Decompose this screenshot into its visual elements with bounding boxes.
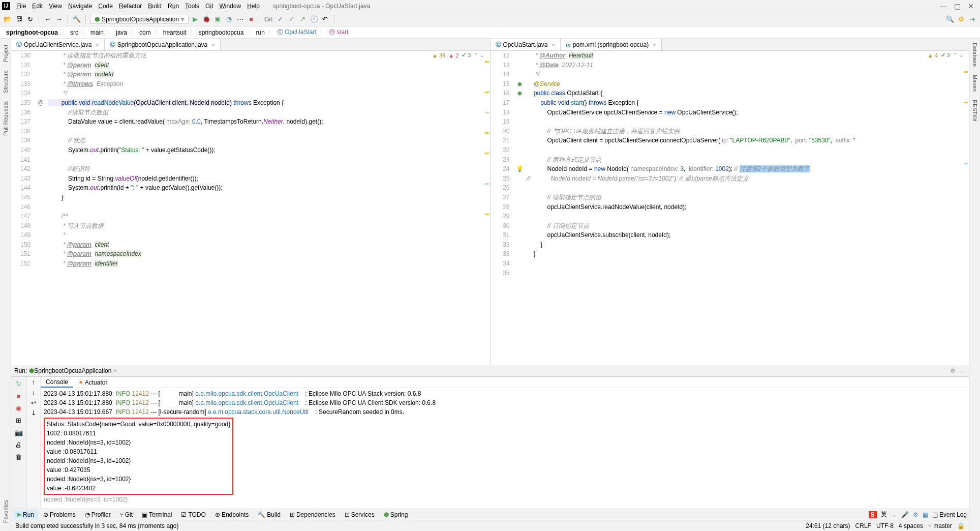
actuator-subtab[interactable]: ✷ Actuator (73, 378, 112, 387)
search-icon[interactable]: 🔍 (945, 15, 955, 24)
close-tab-icon[interactable]: × (211, 42, 215, 48)
camera-icon[interactable]: 📷 (14, 428, 23, 437)
crumb-run[interactable]: run (254, 28, 266, 37)
close-tab-icon[interactable]: × (96, 42, 99, 48)
favorites-tab[interactable]: Favorites (2, 496, 10, 527)
bottom-problems-tab[interactable]: ⊘ Problems (39, 510, 80, 519)
menu-tools[interactable]: Tools (182, 2, 202, 11)
inspections-left[interactable]: ▲ 39 ▲ 2 ✔ 3 ⌃ ⌄ (432, 52, 485, 58)
forward-icon[interactable]: → (54, 15, 64, 24)
right-code-editor[interactable]: ▲ 4 ✔ 3 ⌃ ⌄ 1213141516171819202122232425… (491, 51, 969, 365)
git-rollback-icon[interactable]: ↶ (321, 15, 330, 24)
build-icon[interactable]: 🔨 (72, 15, 81, 24)
crumb-heartsuit[interactable]: heartsuit (161, 28, 189, 37)
close-run-tab-icon[interactable]: × (113, 367, 117, 374)
bottom-git-tab[interactable]: ⑂ Git (116, 510, 137, 519)
bottom-dependencies-tab[interactable]: ⊞ Dependencies (286, 510, 340, 519)
open-icon[interactable]: 📂 (3, 15, 12, 24)
learn-icon[interactable]: ➜ (968, 15, 977, 24)
sogou-ime-icon[interactable]: S (869, 511, 877, 518)
scroll-up-icon[interactable]: ↑ (32, 379, 35, 386)
trash-icon[interactable]: 🗑 (14, 452, 23, 461)
restkit-tab[interactable]: RESTKit (971, 96, 979, 125)
indent[interactable]: 4 spaces (899, 522, 923, 529)
close-icon[interactable]: ✕ (968, 2, 974, 10)
menu-file[interactable]: File (13, 2, 29, 11)
database-tab[interactable]: Database (971, 39, 979, 71)
sync-icon[interactable]: ↻ (25, 15, 35, 24)
crumb-src[interactable]: src (68, 28, 80, 37)
save-all-icon[interactable]: 🖫 (14, 15, 23, 24)
git-update-icon[interactable]: ✓ (276, 15, 285, 24)
menu-window[interactable]: Window (216, 2, 244, 11)
layout-icon[interactable]: ⊞ (14, 416, 23, 425)
bottom-services-tab[interactable]: ⊡ Services (341, 510, 379, 519)
encoding[interactable]: UTF-8 (876, 522, 894, 529)
tab-opcuastart[interactable]: ⒸOpcUaStart.java× (491, 39, 561, 50)
back-icon[interactable]: ← (43, 15, 52, 24)
marker-strip-left[interactable] (484, 51, 490, 365)
run-config-selector[interactable]: ⬢ SpringbootOpcuaApplication ▾ (90, 15, 189, 24)
close-tab-icon[interactable]: × (552, 42, 555, 48)
crumb-method[interactable]: ⓜ start (327, 27, 351, 37)
menu-git[interactable]: Git (202, 2, 216, 11)
close-tab-icon[interactable]: × (653, 42, 656, 48)
caret-position[interactable]: 24:61 (12 chars) (806, 522, 850, 529)
line-separator[interactable]: CRLF (855, 522, 871, 529)
lock-icon[interactable]: 🔒 (957, 522, 965, 529)
menu-refactor[interactable]: Refactor (116, 2, 145, 11)
console-output[interactable]: 2023-04-13 15:01:17.880 INFO 12412 --- [… (41, 388, 969, 509)
git-history-icon[interactable]: 🕘 (310, 15, 319, 24)
menu-help[interactable]: Help (244, 2, 263, 11)
scroll-down-icon[interactable]: ↓ (32, 389, 35, 396)
minimize-icon[interactable]: — (940, 2, 947, 10)
rerun-icon[interactable]: ↻ (14, 379, 23, 388)
bottom-todo-tab[interactable]: ☑ TODO (177, 510, 209, 519)
tab-pomxml[interactable]: mpom.xml (springboot-opcua)× (561, 39, 662, 50)
crumb-java[interactable]: java (114, 28, 129, 37)
stop-icon[interactable]: ■ (247, 15, 256, 24)
tab-opcuaclientservice[interactable]: ⒸOpcUaClientService.java× (11, 39, 105, 50)
bottom-terminal-tab[interactable]: ▣ Terminal (138, 510, 176, 519)
run-icon[interactable]: ▶ (191, 15, 200, 24)
maven-tab[interactable]: Maven (971, 71, 979, 96)
bottom-spring-tab[interactable]: ⬢ Spring (380, 510, 412, 519)
soft-wrap-icon[interactable]: ↩ (31, 399, 36, 406)
bottom-run-tab[interactable]: ▶Run (13, 510, 38, 519)
bottom-profiler-tab[interactable]: ◔ Profiler (81, 510, 115, 519)
attach-icon[interactable]: ⋯ (235, 15, 244, 24)
inspections-right[interactable]: ▲ 4 ✔ 3 ⌃ ⌄ (928, 52, 964, 58)
menu-code[interactable]: Code (95, 2, 116, 11)
menu-view[interactable]: View (46, 2, 65, 11)
bottom-build-tab[interactable]: 🔨 Build (254, 510, 285, 519)
scroll-to-end-icon[interactable]: ⤓ (31, 409, 36, 417)
bottom-endpoints-tab[interactable]: ⊕ Endpoints (211, 510, 253, 519)
coverage-icon[interactable]: ▣ (213, 15, 222, 24)
marker-strip-right[interactable] (963, 51, 969, 365)
structure-tab[interactable]: Structure (2, 66, 10, 97)
console-subtab[interactable]: Console (41, 377, 73, 388)
stop-icon[interactable]: ■ (14, 391, 23, 400)
debug-icon[interactable]: 🐞 (202, 15, 211, 24)
crumb-main[interactable]: main (88, 28, 106, 37)
ime-lang[interactable]: 英 (881, 510, 887, 519)
git-branch[interactable]: ⑂ master (928, 522, 952, 529)
event-log-button[interactable]: ◫ Event Log (932, 511, 967, 518)
profile-icon[interactable]: ◔ (224, 15, 233, 24)
minimize-panel-icon[interactable]: — (960, 367, 966, 374)
menu-build[interactable]: Build (145, 2, 165, 11)
menu-navigate[interactable]: Navigate (65, 2, 95, 11)
maximize-icon[interactable]: ▢ (954, 2, 961, 10)
gear-icon[interactable]: ⚙ (950, 367, 956, 374)
crumb-com[interactable]: com (137, 28, 153, 37)
crumb-project[interactable]: springboot-opcua (4, 28, 60, 37)
left-code-editor[interactable]: ▲ 39 ▲ 2 ✔ 3 ⌃ ⌄ 13013113213313413513613… (11, 51, 490, 365)
exit-icon[interactable]: ◉ (14, 403, 23, 412)
tab-springbootopcuaapp[interactable]: ⒸSpringbootOpcuaApplication.java× (105, 39, 221, 50)
menu-edit[interactable]: Edit (29, 2, 46, 11)
git-push-icon[interactable]: ↗ (298, 15, 308, 24)
crumb-pkg[interactable]: springbootopcua (197, 28, 246, 37)
crumb-class[interactable]: Ⓒ OpcUaStart (275, 27, 319, 37)
pull-requests-tab[interactable]: Pull Requests (2, 97, 10, 140)
project-tab[interactable]: Project (2, 41, 10, 66)
